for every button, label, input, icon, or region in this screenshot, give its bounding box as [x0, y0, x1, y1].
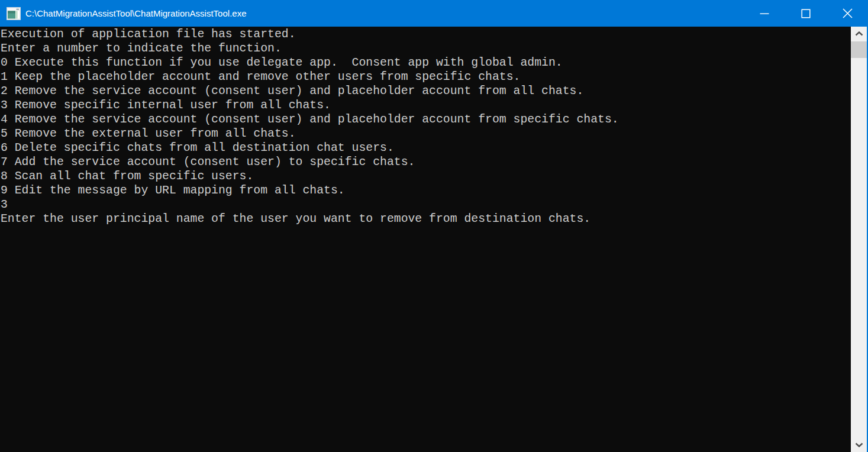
console-line: Enter the user principal name of the use… [1, 212, 850, 226]
console-line: 3 [1, 198, 850, 212]
minimize-icon [760, 9, 769, 18]
scroll-down-icon [855, 443, 863, 447]
scroll-up-button[interactable] [851, 27, 867, 41]
console-line: 4 Remove the service account (consent us… [1, 112, 850, 127]
close-icon [843, 8, 853, 18]
caption-buttons [744, 0, 868, 27]
console-line: 9 Edit the message by URL mapping from a… [1, 183, 850, 198]
maximize-icon [801, 9, 811, 18]
console-line: 8 Scan all chat from specific users. [1, 169, 850, 183]
console-line: Enter a number to indicate the function. [1, 41, 850, 56]
console-line: 7 Add the service account (consent user)… [1, 155, 850, 169]
vertical-scrollbar[interactable] [851, 27, 867, 452]
console-line: 3 Remove specific internal user from all… [1, 98, 850, 112]
console-line: 1 Keep the placeholder account and remov… [1, 70, 850, 84]
console-window: C:\ChatMigrationAssistTool\ChatMigration… [0, 0, 868, 452]
console-line: 6 Delete specific chats from all destina… [1, 141, 850, 155]
console-body: Execution of application file has starte… [0, 27, 868, 452]
maximize-button[interactable] [785, 0, 827, 27]
scroll-up-icon [855, 31, 863, 36]
window-title: C:\ChatMigrationAssistTool\ChatMigration… [25, 8, 744, 18]
console-line: 2 Remove the service account (consent us… [1, 84, 850, 98]
console-line: 5 Remove the external user from all chat… [1, 127, 850, 141]
minimize-button[interactable] [744, 0, 785, 27]
console-line: Execution of application file has starte… [1, 27, 850, 41]
console-window-icon[interactable] [7, 7, 21, 20]
scroll-down-button[interactable] [851, 438, 867, 452]
close-button[interactable] [827, 0, 868, 27]
titlebar[interactable]: C:\ChatMigrationAssistTool\ChatMigration… [0, 0, 868, 27]
console-line: 0 Execute this function if you use deleg… [1, 56, 850, 70]
console-output[interactable]: Execution of application file has starte… [1, 27, 850, 452]
scrollbar-thumb[interactable] [851, 41, 867, 58]
